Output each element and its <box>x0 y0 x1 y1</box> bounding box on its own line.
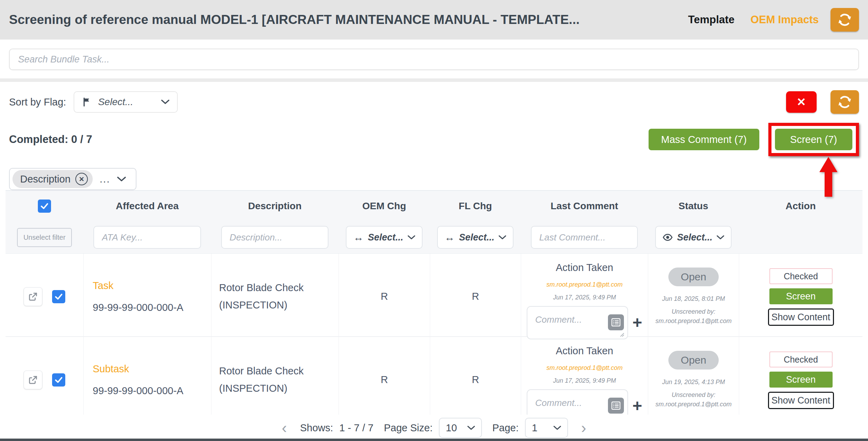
chevron-down-icon <box>467 426 475 430</box>
chip-row: Description ✕ ... <box>9 168 859 190</box>
col-header-last-comment[interactable]: Last Comment <box>521 201 648 212</box>
select-all-checkbox[interactable] <box>38 200 51 213</box>
fl-chg-filter-select[interactable]: ↔ Select... <box>437 226 514 249</box>
status-filter-select[interactable]: Select... <box>655 226 732 249</box>
description-filter-input[interactable] <box>221 226 328 249</box>
comment-template-button[interactable] <box>608 314 624 330</box>
chevron-down-icon <box>161 100 169 104</box>
unselect-filter-button[interactable]: Unselect filter <box>17 228 72 247</box>
tab-oem-impacts[interactable]: OEM Impacts <box>751 14 819 26</box>
header-tabs: Template OEM Impacts <box>688 14 819 26</box>
col-header-status[interactable]: Status <box>648 201 739 212</box>
column-filter-dropdown[interactable]: Description ✕ ... <box>9 168 136 190</box>
show-content-button[interactable]: Show Content <box>768 308 834 326</box>
fl-chg-filter-value: Select... <box>459 232 494 243</box>
table-row-task: Task 99-99-99-000-000-A Rotor Blade Chec… <box>6 254 862 337</box>
annotation-arrow-up <box>819 157 837 197</box>
toolbar-row-2: Completed: 0 / 7 Mass Comment (7) Screen… <box>0 123 868 156</box>
last-comment-author: sm.root.preprod.1@ptt.com <box>546 364 623 372</box>
search-input[interactable] <box>9 49 859 70</box>
table-row-subtask: Subtask 99-99-99-000-000-A Rotor Blade C… <box>6 337 862 415</box>
table-refresh-button[interactable] <box>831 90 859 114</box>
page-size-select[interactable]: 10 <box>439 418 482 438</box>
fl-chg-value: R <box>430 254 521 339</box>
refresh-icon <box>837 12 852 27</box>
col-header-affected-area[interactable]: Affected Area <box>83 201 211 212</box>
col-header-action[interactable]: Action <box>739 201 862 212</box>
oem-chg-filter-select[interactable]: ↔ Select... <box>346 226 423 249</box>
comment-template-button[interactable] <box>608 398 624 414</box>
chevron-down-icon <box>408 235 415 240</box>
status-date: Jun 18, 2025, 8:01 PM <box>662 295 725 303</box>
chevron-down-icon <box>553 426 561 430</box>
list-icon <box>611 401 621 410</box>
table-body: Task 99-99-99-000-000-A Rotor Blade Chec… <box>6 254 862 415</box>
chevron-down-icon <box>717 235 724 240</box>
last-comment-title: Action Taken <box>556 345 614 357</box>
header-refresh-button[interactable] <box>831 8 859 32</box>
flag-select[interactable]: Select... <box>74 91 178 113</box>
col-header-description[interactable]: Description <box>211 201 339 212</box>
last-comment-author: sm.root.preprod.1@ptt.com <box>546 281 623 288</box>
search-row <box>0 40 868 70</box>
page-size-label: Page Size: <box>384 422 433 434</box>
flag-select-value: Select... <box>98 96 156 108</box>
show-content-button[interactable]: Show Content <box>768 392 834 409</box>
chevron-right-icon[interactable]: › <box>578 420 589 435</box>
refresh-icon <box>837 94 852 110</box>
filter-chip-description[interactable]: Description ✕ <box>12 170 93 188</box>
task-description: Rotor Blade Check (INSPECTION) <box>211 254 339 339</box>
row-checkbox[interactable] <box>52 373 65 387</box>
task-type-link[interactable]: Task <box>93 280 114 291</box>
status-badge: Open <box>668 351 719 370</box>
open-task-button[interactable] <box>24 287 42 306</box>
oem-chg-value: R <box>339 254 430 339</box>
table-filter-row: Unselect filter ↔ Select... ↔ <box>6 221 862 254</box>
external-link-icon <box>28 291 38 302</box>
annotation-highlight-box: Screen (7) <box>768 123 859 156</box>
task-type-link[interactable]: Subtask <box>93 363 129 375</box>
page-value: 1 <box>532 422 537 434</box>
col-header-oem-chg[interactable]: OEM Chg <box>339 201 430 212</box>
checked-button[interactable]: Checked <box>769 351 833 367</box>
resize-handle[interactable] <box>619 332 625 337</box>
page-label: Page: <box>492 422 519 434</box>
shows-label: Shows: <box>300 422 333 434</box>
screen-button[interactable]: Screen (7) <box>775 129 852 150</box>
section-divider <box>0 78 868 82</box>
status-badge: Open <box>668 268 719 286</box>
eye-icon <box>662 234 673 241</box>
add-comment-button[interactable]: + <box>632 398 642 414</box>
tab-template[interactable]: Template <box>688 14 735 26</box>
row-checkbox[interactable] <box>52 290 65 303</box>
ata-key: 99-99-99-000-000-A <box>93 385 183 397</box>
task-description: Rotor Blade Check (INSPECTION) <box>211 337 339 415</box>
list-icon <box>611 317 621 327</box>
checked-button[interactable]: Checked <box>769 268 833 284</box>
ata-key-filter-input[interactable] <box>93 226 201 249</box>
fl-chg-value: R <box>430 337 521 415</box>
status-filter-value: Select... <box>677 232 712 243</box>
toolbar-row-1: Sort by Flag: Select... ✕ <box>0 90 868 114</box>
page-title: Screening of reference manual MODEL-1 [A… <box>9 12 681 27</box>
last-comment-title: Action Taken <box>556 262 614 273</box>
add-comment-button[interactable]: + <box>632 314 642 331</box>
flag-icon <box>82 97 92 107</box>
oem-chg-filter-value: Select... <box>368 232 403 243</box>
cancel-button[interactable]: ✕ <box>786 91 817 113</box>
row-screen-button[interactable]: Screen <box>769 288 833 304</box>
row-screen-button[interactable]: Screen <box>769 372 833 388</box>
bottom-bar <box>0 439 868 441</box>
remove-filter-icon[interactable]: ✕ <box>75 173 88 185</box>
table-header-row: Affected Area Description OEM Chg FL Chg… <box>6 190 862 221</box>
chevron-left-icon[interactable]: ‹ <box>279 420 290 435</box>
page-select[interactable]: 1 <box>525 418 568 438</box>
status-note-user: sm.root.preprod.1@ptt.com <box>656 317 732 325</box>
comment-box <box>527 306 628 339</box>
external-link-icon <box>28 375 38 385</box>
last-comment-filter-input[interactable] <box>531 226 637 249</box>
status-note: Unscreened by: <box>671 391 715 399</box>
col-header-fl-chg[interactable]: FL Chg <box>430 201 521 212</box>
mass-comment-button[interactable]: Mass Comment (7) <box>649 129 759 150</box>
open-task-button[interactable] <box>24 371 42 389</box>
